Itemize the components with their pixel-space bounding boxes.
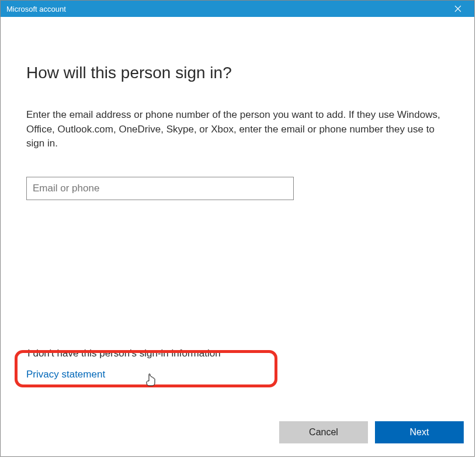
page-description: Enter the email address or phone number … (26, 108, 449, 151)
email-or-phone-input[interactable] (26, 177, 294, 200)
dialog-button-row: Cancel Next (279, 421, 464, 443)
privacy-statement-link[interactable]: Privacy statement (26, 369, 225, 380)
dialog-content: How will this person sign in? Enter the … (1, 17, 474, 456)
close-icon (454, 5, 461, 12)
window-frame: Microsoft account How will this person s… (0, 0, 475, 457)
window-title: Microsoft account (6, 5, 66, 13)
titlebar[interactable]: Microsoft account (1, 1, 474, 17)
no-signin-info-link[interactable]: I don't have this person's sign-in infor… (26, 347, 225, 361)
cancel-button[interactable]: Cancel (279, 421, 368, 443)
bottom-links: I don't have this person's sign-in infor… (26, 347, 225, 380)
page-heading: How will this person sign in? (26, 64, 449, 82)
close-button[interactable] (446, 1, 470, 17)
next-button[interactable]: Next (375, 421, 464, 443)
